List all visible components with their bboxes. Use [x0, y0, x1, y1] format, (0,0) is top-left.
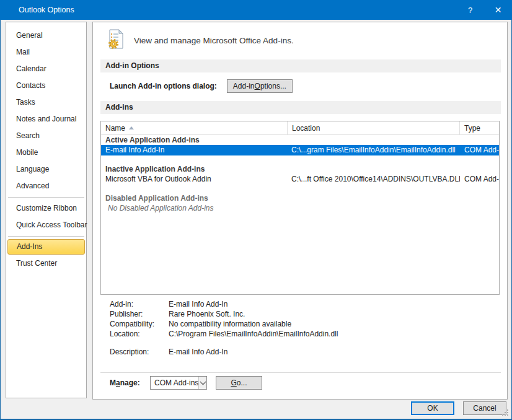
sidebar-item-search[interactable]: Search — [7, 128, 85, 144]
detail-label: Compatibility: — [110, 319, 169, 329]
detail-row: Add-in:E-mail Info Add-In — [110, 299, 338, 309]
addins-table-body: Active Application Add-insE-mail Info Ad… — [101, 135, 499, 213]
resize-grip[interactable] — [502, 409, 510, 417]
launch-addin-options-row: Launch Add-in options dialog: Add-in Opt… — [110, 79, 293, 93]
addins-table: Name Location Type Active Application Ad… — [100, 121, 500, 295]
page-title: View and manage Microsoft Office Add-ins… — [134, 36, 294, 45]
manage-row: Manage: COM Add-ins Go... — [110, 376, 262, 390]
addins-table-header: Name Location Type — [101, 121, 499, 135]
detail-label: Description: — [110, 347, 169, 357]
detail-value: No compatibility information available — [169, 319, 291, 329]
detail-label: Add-in: — [110, 299, 169, 309]
manage-separator — [100, 372, 501, 373]
manage-select[interactable]: COM Add-ins — [150, 376, 207, 390]
manage-select-value: COM Add-ins — [151, 378, 198, 387]
sidebar-item-quick-access-toolbar[interactable]: Quick Access Toolbar — [7, 217, 85, 234]
window-title: Outlook Options — [19, 6, 74, 14]
column-header-name[interactable]: Name — [101, 121, 288, 134]
table-spacer-row — [101, 185, 499, 193]
addin-options-button[interactable]: Add-in Options... — [227, 79, 293, 93]
sidebar-item-add-ins[interactable]: Add-Ins — [7, 239, 85, 255]
close-icon[interactable]: ✕ — [484, 0, 512, 20]
sidebar-item-mail[interactable]: Mail — [7, 44, 85, 61]
addin-cell-name: Microsoft VBA for Outlook Addin — [101, 174, 288, 185]
detail-label: Publisher: — [110, 309, 169, 319]
detail-row: Location:C:\Program Files\EmailInfoAddin… — [110, 329, 338, 339]
addin-row[interactable]: E-mail Info Add-InC:\...gram Files\Email… — [101, 145, 499, 155]
sidebar-item-contacts[interactable]: Contacts — [7, 77, 85, 94]
table-spacer-row — [101, 155, 499, 164]
sidebar-item-customize-ribbon[interactable]: Customize Ribbon — [7, 200, 85, 217]
addins-page-gear-icon — [105, 28, 126, 52]
main-panel: View and manage Microsoft Office Add-ins… — [92, 22, 508, 400]
addin-cell-loc: C:\...ft Office 2010\Office14\ADDINS\OUT… — [288, 174, 460, 185]
sidebar-item-advanced[interactable]: Advanced — [7, 178, 85, 195]
detail-value: E-mail Info Add-In — [169, 347, 227, 357]
sidebar-item-mobile[interactable]: Mobile — [7, 144, 85, 161]
cancel-button[interactable]: Cancel — [463, 401, 506, 415]
detail-row: Compatibility:No compatibility informati… — [110, 319, 338, 329]
sidebar-item-language[interactable]: Language — [7, 161, 85, 178]
sidebar-item-calendar[interactable]: Calendar — [7, 61, 85, 77]
addin-group-header: Active Application Add-ins — [101, 135, 499, 145]
addin-cell-type: COM Add-in — [460, 145, 499, 155]
column-header-location[interactable]: Location — [288, 121, 460, 134]
ok-button[interactable]: OK — [411, 401, 454, 415]
titlebar[interactable]: Outlook Options ? ✕ — [0, 0, 512, 20]
go-button[interactable]: Go... — [216, 376, 262, 390]
sort-ascending-icon — [129, 126, 134, 129]
addin-group-header: Disabled Application Add-ins — [101, 193, 499, 203]
addin-details: Add-in:E-mail Info Add-InPublisher:Rare … — [110, 299, 338, 357]
detail-row: Description:E-mail Info Add-In — [110, 347, 338, 357]
sidebar-item-notes-and-journal[interactable]: Notes and Journal — [7, 111, 85, 128]
detail-row: Publisher:Rare Phoenix Soft. Inc. — [110, 309, 338, 319]
addin-group-header: Inactive Application Add-ins — [101, 164, 499, 174]
column-header-type[interactable]: Type — [460, 121, 499, 134]
detail-label: Location: — [110, 329, 169, 339]
sidebar-item-tasks[interactable]: Tasks — [7, 94, 85, 111]
page-header: View and manage Microsoft Office Add-ins… — [105, 28, 294, 52]
launch-dialog-label: Launch Add-in options dialog: — [110, 82, 217, 90]
sidebar-item-general[interactable]: General — [7, 27, 85, 44]
sidebar-divider — [8, 197, 84, 198]
chevron-down-icon — [198, 377, 206, 389]
addin-empty-note: No Disabled Application Add-ins — [101, 203, 499, 213]
outlook-options-dialog: Outlook Options ? ✕ GeneralMailCalendarC… — [0, 0, 512, 420]
section-header-addin-options: Add-in Options — [100, 59, 501, 72]
manage-label: Manage: — [110, 378, 150, 387]
titlebar-buttons: ? ✕ — [456, 0, 512, 20]
addin-cell-name: E-mail Info Add-In — [101, 145, 288, 155]
sidebar-item-trust-center[interactable]: Trust Center — [7, 255, 85, 272]
detail-value: Rare Phoenix Soft. Inc. — [169, 309, 245, 319]
section-header-addins: Add-ins — [100, 101, 501, 114]
addin-cell-type: COM Add-in — [460, 174, 499, 185]
detail-value: E-mail Info Add-In — [169, 299, 227, 309]
help-icon[interactable]: ? — [456, 0, 484, 20]
sidebar-divider — [8, 236, 84, 237]
sidebar-nav: GeneralMailCalendarContactsTasksNotes an… — [6, 22, 87, 398]
addin-row[interactable]: Microsoft VBA for Outlook AddinC:\...ft … — [101, 174, 499, 185]
detail-value: C:\Program Files\EmailInfoAddin\EmailInf… — [169, 329, 338, 339]
addin-cell-loc: C:\...gram Files\EmailInfoAddin\EmailInf… — [288, 145, 460, 155]
